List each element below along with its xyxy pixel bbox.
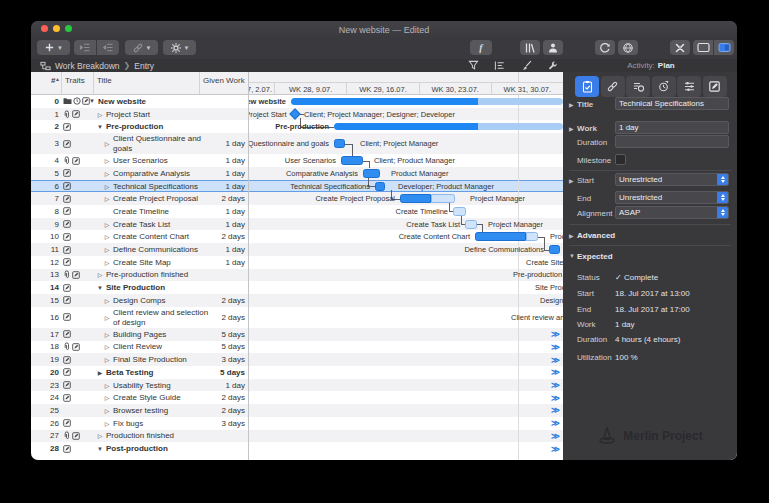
table-gantt-splitter[interactable] (248, 72, 249, 460)
section-expected[interactable]: ▼ Expected (563, 249, 737, 263)
disclosure-icon[interactable]: ▶ (569, 232, 574, 239)
gantt-row[interactable]: Design Comps (248, 294, 563, 307)
task-title[interactable]: Fix bugs (113, 417, 143, 430)
table-row[interactable]: 9▷Create Task List1 dayCreate Task ListP… (31, 218, 563, 231)
table-row[interactable]: 2▼Pre-productionPre-production (31, 120, 563, 133)
task-bar-remaining[interactable] (453, 207, 466, 216)
style-brush-icon[interactable] (521, 60, 532, 71)
gantt-row[interactable]: Project StartClient; Project Manager; De… (248, 108, 563, 121)
library-button[interactable] (520, 40, 540, 55)
offscreen-bar-indicator[interactable]: ≫ (551, 353, 559, 366)
task-bar-progress[interactable] (375, 182, 385, 191)
task-title[interactable]: Client Review (113, 341, 162, 354)
table-row[interactable]: 25▷Browser testing2 days≫ (31, 404, 563, 417)
task-title[interactable]: Site Production (106, 281, 165, 294)
task-title[interactable]: Usability Testing (113, 379, 171, 392)
gantt-row[interactable]: ≫ (248, 417, 563, 430)
task-bar-progress[interactable] (475, 232, 526, 241)
offscreen-bar-indicator[interactable]: ≫ (551, 391, 559, 404)
add-activity-button[interactable]: ▼ (37, 40, 70, 55)
column-header-traits[interactable]: Traits (65, 76, 85, 85)
table-row[interactable]: 4▷User Scenarios1 dayUser ScenariosClien… (31, 154, 563, 167)
gantt-row[interactable]: Comparative AnalysisProduct Manager (248, 167, 563, 180)
summary-bar-progress[interactable] (291, 98, 478, 105)
disclosure-triangle[interactable]: ▶ (96, 366, 104, 379)
disclosure-triangle[interactable]: ▼ (96, 120, 104, 133)
gantt-row[interactable]: ≫ (248, 379, 563, 392)
gantt-row[interactable]: ≫ (248, 442, 563, 455)
disclosure-triangle[interactable]: ▷ (103, 294, 111, 307)
tab-note[interactable] (703, 76, 727, 97)
disclosure-triangle[interactable]: ▼ (88, 95, 96, 108)
table-row[interactable]: 26▷Fix bugs3 days≫ (31, 417, 563, 430)
table-row[interactable]: 5▷Comparative Analysis1 dayComparative A… (31, 167, 563, 180)
filter-icon[interactable] (468, 60, 479, 71)
gantt-row[interactable]: Pre-production finished (248, 269, 563, 282)
table-row[interactable]: 13▷Pre-production finishedPre-production… (31, 269, 563, 282)
task-title[interactable]: User Scenarios (113, 154, 168, 167)
gantt-row[interactable]: Create Task ListProject Manager (248, 218, 563, 231)
gantt-row[interactable]: Create Timeline (248, 205, 563, 218)
gantt-row[interactable]: Create Site Map (248, 256, 563, 269)
disclosure-triangle[interactable]: ▷ (103, 133, 111, 154)
outdent-button[interactable] (97, 40, 119, 55)
disclosure-triangle[interactable]: ▷ (103, 256, 111, 269)
gantt-row[interactable]: Technical SpecificationsDeveloper; Produ… (248, 180, 563, 193)
task-title[interactable]: Create Timeline (113, 205, 169, 218)
offscreen-bar-indicator[interactable]: ≫ (551, 430, 559, 443)
tab-links[interactable] (601, 76, 625, 97)
disclosure-triangle[interactable]: ▷ (103, 154, 111, 167)
disclosure-triangle[interactable]: ▷ (103, 231, 111, 244)
task-bar-remaining[interactable] (465, 220, 477, 229)
gantt-row[interactable]: ≫ (248, 341, 563, 354)
toggle-inspector-button[interactable] (714, 40, 734, 55)
summary-bar-progress[interactable] (334, 123, 478, 130)
tab-time[interactable] (652, 76, 676, 97)
resources-button[interactable] (543, 40, 563, 55)
view-mode-button[interactable] (693, 40, 713, 55)
gantt-row[interactable]: Pre-production (248, 120, 563, 133)
table-row[interactable]: 15▷Design Comps2 daysDesign Comps (31, 294, 563, 307)
gantt-row[interactable]: Client Questionnaire and goalsClient; Pr… (248, 133, 563, 154)
gantt-row[interactable]: Create Content ChartProduct Manager (248, 231, 563, 244)
task-title[interactable]: Create Style Guide (113, 391, 181, 404)
disclosure-icon[interactable]: ▶ (569, 177, 574, 184)
settings-gear-button[interactable]: ▼ (163, 40, 196, 55)
gantt-row[interactable]: User ScenariosClient; Product Manager (248, 154, 563, 167)
disclosure-triangle[interactable]: ▼ (96, 442, 104, 455)
disclosure-triangle[interactable]: ▷ (103, 167, 111, 180)
task-title[interactable]: Building Pages (113, 328, 166, 341)
start-constraint-dropdown[interactable]: Unrestricted (615, 173, 729, 186)
section-advanced[interactable]: ▶ Advanced (563, 228, 737, 242)
task-title[interactable]: Project Start (106, 108, 150, 121)
task-title[interactable]: Create Content Chart (113, 231, 189, 244)
task-title[interactable]: Create Task List (113, 218, 170, 231)
breadcrumb[interactable]: Work Breakdown ❯ Entry (40, 59, 154, 72)
breadcrumb-leaf[interactable]: Entry (134, 61, 154, 71)
task-title[interactable]: Define Communications (113, 243, 198, 256)
tab-finance[interactable] (626, 76, 650, 97)
task-title[interactable]: Create Site Map (113, 256, 171, 269)
table-row[interactable]: 6▷Technical Specifications1 dayTechnical… (31, 180, 563, 193)
table-row[interactable]: 14▼Site ProductionSite Production (31, 281, 563, 294)
task-title[interactable]: Pre-production (106, 120, 163, 133)
title-input[interactable]: Technical Specifications (615, 97, 729, 110)
link-activities-button[interactable]: ▼ (125, 40, 158, 55)
end-constraint-dropdown[interactable]: Unrestricted (615, 191, 729, 204)
offscreen-bar-indicator[interactable]: ≫ (551, 328, 559, 341)
milestone-diamond[interactable] (289, 108, 300, 119)
table-row[interactable]: 16▷Client review and selection of design… (31, 307, 563, 328)
disclosure-icon[interactable]: ▶ (569, 101, 574, 108)
tab-settings[interactable] (677, 76, 701, 97)
task-bar-progress[interactable] (334, 139, 345, 148)
task-title[interactable]: Pre-production finished (106, 269, 188, 282)
table-row[interactable]: 3▷Client Questionnaire and goals1 dayCli… (31, 133, 563, 154)
gantt-row[interactable]: Define Communications (248, 243, 563, 256)
disclosure-triangle[interactable]: ▷ (103, 417, 111, 430)
sync-button[interactable] (595, 40, 615, 55)
task-bar-remaining[interactable] (526, 232, 538, 241)
gantt-row[interactable]: ≫ (248, 328, 563, 341)
gantt-row[interactable]: ≫ (248, 430, 563, 443)
task-title[interactable]: Final Site Production (113, 353, 187, 366)
disclosure-triangle[interactable]: ▷ (96, 269, 104, 282)
